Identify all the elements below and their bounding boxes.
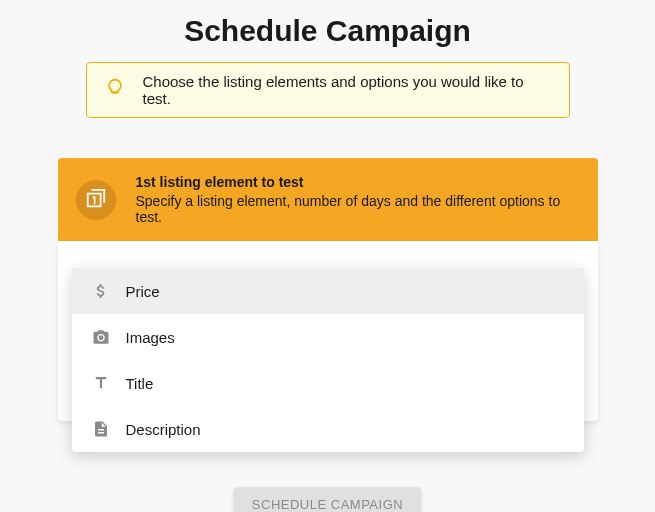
menu-item-description[interactable]: Description — [72, 406, 584, 452]
schedule-campaign-button[interactable]: Schedule Campaign — [234, 487, 421, 512]
menu-item-price[interactable]: Price — [72, 268, 584, 314]
menu-item-label: Images — [126, 329, 175, 346]
menu-item-label: Price — [126, 283, 160, 300]
title-icon — [92, 374, 110, 392]
camera-icon — [92, 328, 110, 346]
svg-point-0 — [98, 335, 103, 340]
menu-item-label: Description — [126, 421, 201, 438]
card-header: 1st listing element to test Specify a li… — [58, 158, 598, 241]
menu-item-images[interactable]: Images — [72, 314, 584, 360]
menu-item-label: Title — [126, 375, 154, 392]
page-title: Schedule Campaign — [184, 14, 471, 48]
tip-box: Choose the listing elements and options … — [86, 62, 570, 118]
description-icon — [92, 420, 110, 438]
card-subtitle: Specify a listing element, number of day… — [136, 193, 580, 225]
tip-text: Choose the listing elements and options … — [143, 73, 551, 107]
dollar-icon — [92, 282, 110, 300]
lightbulb-icon — [105, 78, 125, 102]
card-body: Price Images Title — [58, 241, 598, 421]
element-select-menu: Price Images Title — [72, 268, 584, 452]
menu-item-title[interactable]: Title — [72, 360, 584, 406]
card-title: 1st listing element to test — [136, 174, 580, 190]
filter-1-icon — [76, 180, 116, 220]
